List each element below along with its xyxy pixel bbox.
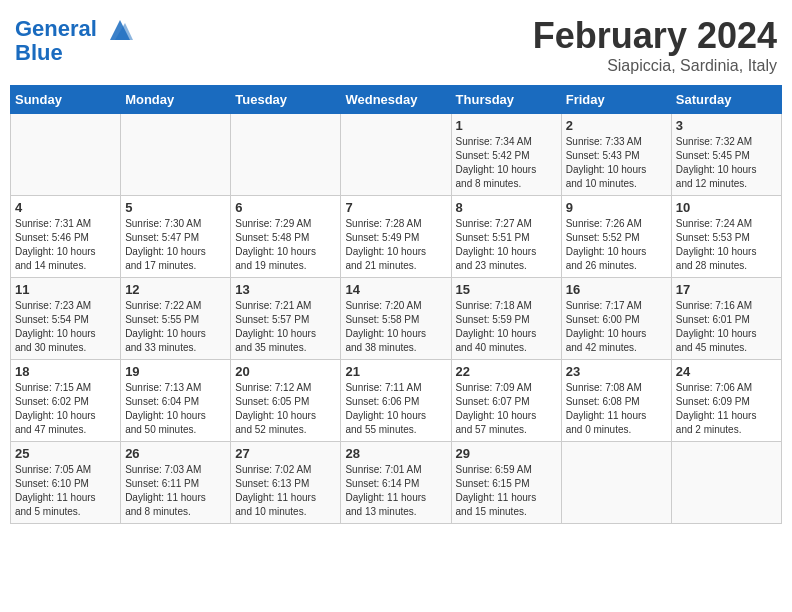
- day-info: Sunrise: 7:23 AM Sunset: 5:54 PM Dayligh…: [15, 299, 116, 355]
- day-info: Sunrise: 7:03 AM Sunset: 6:11 PM Dayligh…: [125, 463, 226, 519]
- day-number: 24: [676, 364, 777, 379]
- calendar-cell: 9Sunrise: 7:26 AM Sunset: 5:52 PM Daylig…: [561, 196, 671, 278]
- calendar-cell: 20Sunrise: 7:12 AM Sunset: 6:05 PM Dayli…: [231, 360, 341, 442]
- day-info: Sunrise: 7:02 AM Sunset: 6:13 PM Dayligh…: [235, 463, 336, 519]
- day-info: Sunrise: 7:31 AM Sunset: 5:46 PM Dayligh…: [15, 217, 116, 273]
- day-number: 13: [235, 282, 336, 297]
- day-number: 23: [566, 364, 667, 379]
- day-info: Sunrise: 7:24 AM Sunset: 5:53 PM Dayligh…: [676, 217, 777, 273]
- calendar-cell: 12Sunrise: 7:22 AM Sunset: 5:55 PM Dayli…: [121, 278, 231, 360]
- week-row-1: 1Sunrise: 7:34 AM Sunset: 5:42 PM Daylig…: [11, 114, 782, 196]
- calendar-cell: 24Sunrise: 7:06 AM Sunset: 6:09 PM Dayli…: [671, 360, 781, 442]
- weekday-header-friday: Friday: [561, 86, 671, 114]
- calendar-cell: 11Sunrise: 7:23 AM Sunset: 5:54 PM Dayli…: [11, 278, 121, 360]
- day-number: 18: [15, 364, 116, 379]
- week-row-3: 11Sunrise: 7:23 AM Sunset: 5:54 PM Dayli…: [11, 278, 782, 360]
- day-info: Sunrise: 7:16 AM Sunset: 6:01 PM Dayligh…: [676, 299, 777, 355]
- calendar-cell: 7Sunrise: 7:28 AM Sunset: 5:49 PM Daylig…: [341, 196, 451, 278]
- day-number: 1: [456, 118, 557, 133]
- day-info: Sunrise: 7:15 AM Sunset: 6:02 PM Dayligh…: [15, 381, 116, 437]
- day-number: 7: [345, 200, 446, 215]
- day-number: 20: [235, 364, 336, 379]
- day-info: Sunrise: 7:33 AM Sunset: 5:43 PM Dayligh…: [566, 135, 667, 191]
- calendar-cell: 21Sunrise: 7:11 AM Sunset: 6:06 PM Dayli…: [341, 360, 451, 442]
- calendar-cell: [231, 114, 341, 196]
- title-area: February 2024 Siapiccia, Sardinia, Italy: [533, 15, 777, 75]
- calendar-cell: 14Sunrise: 7:20 AM Sunset: 5:58 PM Dayli…: [341, 278, 451, 360]
- day-number: 12: [125, 282, 226, 297]
- calendar-cell: 10Sunrise: 7:24 AM Sunset: 5:53 PM Dayli…: [671, 196, 781, 278]
- calendar-cell: 26Sunrise: 7:03 AM Sunset: 6:11 PM Dayli…: [121, 442, 231, 524]
- day-info: Sunrise: 7:06 AM Sunset: 6:09 PM Dayligh…: [676, 381, 777, 437]
- day-number: 16: [566, 282, 667, 297]
- calendar-cell: 18Sunrise: 7:15 AM Sunset: 6:02 PM Dayli…: [11, 360, 121, 442]
- day-number: 25: [15, 446, 116, 461]
- calendar-cell: 23Sunrise: 7:08 AM Sunset: 6:08 PM Dayli…: [561, 360, 671, 442]
- calendar-cell: 22Sunrise: 7:09 AM Sunset: 6:07 PM Dayli…: [451, 360, 561, 442]
- calendar-cell: [11, 114, 121, 196]
- day-info: Sunrise: 7:32 AM Sunset: 5:45 PM Dayligh…: [676, 135, 777, 191]
- day-number: 26: [125, 446, 226, 461]
- day-info: Sunrise: 7:34 AM Sunset: 5:42 PM Dayligh…: [456, 135, 557, 191]
- day-info: Sunrise: 7:09 AM Sunset: 6:07 PM Dayligh…: [456, 381, 557, 437]
- calendar-cell: 28Sunrise: 7:01 AM Sunset: 6:14 PM Dayli…: [341, 442, 451, 524]
- calendar-cell: 16Sunrise: 7:17 AM Sunset: 6:00 PM Dayli…: [561, 278, 671, 360]
- weekday-header-wednesday: Wednesday: [341, 86, 451, 114]
- calendar-title: February 2024: [533, 15, 777, 57]
- calendar-cell: 27Sunrise: 7:02 AM Sunset: 6:13 PM Dayli…: [231, 442, 341, 524]
- calendar-cell: [561, 442, 671, 524]
- page-header: General Blue February 2024 Siapiccia, Sa…: [10, 10, 782, 75]
- weekday-header-sunday: Sunday: [11, 86, 121, 114]
- day-info: Sunrise: 7:08 AM Sunset: 6:08 PM Dayligh…: [566, 381, 667, 437]
- calendar-cell: [671, 442, 781, 524]
- day-number: 21: [345, 364, 446, 379]
- week-row-4: 18Sunrise: 7:15 AM Sunset: 6:02 PM Dayli…: [11, 360, 782, 442]
- calendar-cell: 6Sunrise: 7:29 AM Sunset: 5:48 PM Daylig…: [231, 196, 341, 278]
- calendar-cell: 19Sunrise: 7:13 AM Sunset: 6:04 PM Dayli…: [121, 360, 231, 442]
- calendar-cell: 1Sunrise: 7:34 AM Sunset: 5:42 PM Daylig…: [451, 114, 561, 196]
- calendar-cell: 5Sunrise: 7:30 AM Sunset: 5:47 PM Daylig…: [121, 196, 231, 278]
- day-info: Sunrise: 7:18 AM Sunset: 5:59 PM Dayligh…: [456, 299, 557, 355]
- calendar-cell: 29Sunrise: 6:59 AM Sunset: 6:15 PM Dayli…: [451, 442, 561, 524]
- week-row-5: 25Sunrise: 7:05 AM Sunset: 6:10 PM Dayli…: [11, 442, 782, 524]
- week-row-2: 4Sunrise: 7:31 AM Sunset: 5:46 PM Daylig…: [11, 196, 782, 278]
- day-number: 2: [566, 118, 667, 133]
- day-number: 17: [676, 282, 777, 297]
- day-info: Sunrise: 7:11 AM Sunset: 6:06 PM Dayligh…: [345, 381, 446, 437]
- calendar-cell: 13Sunrise: 7:21 AM Sunset: 5:57 PM Dayli…: [231, 278, 341, 360]
- weekday-header-saturday: Saturday: [671, 86, 781, 114]
- day-info: Sunrise: 6:59 AM Sunset: 6:15 PM Dayligh…: [456, 463, 557, 519]
- day-number: 6: [235, 200, 336, 215]
- day-number: 10: [676, 200, 777, 215]
- day-number: 29: [456, 446, 557, 461]
- weekday-header-thursday: Thursday: [451, 86, 561, 114]
- day-number: 9: [566, 200, 667, 215]
- calendar-cell: 15Sunrise: 7:18 AM Sunset: 5:59 PM Dayli…: [451, 278, 561, 360]
- day-info: Sunrise: 7:20 AM Sunset: 5:58 PM Dayligh…: [345, 299, 446, 355]
- calendar-cell: 4Sunrise: 7:31 AM Sunset: 5:46 PM Daylig…: [11, 196, 121, 278]
- calendar-cell: [341, 114, 451, 196]
- day-number: 8: [456, 200, 557, 215]
- day-info: Sunrise: 7:27 AM Sunset: 5:51 PM Dayligh…: [456, 217, 557, 273]
- day-info: Sunrise: 7:05 AM Sunset: 6:10 PM Dayligh…: [15, 463, 116, 519]
- day-info: Sunrise: 7:17 AM Sunset: 6:00 PM Dayligh…: [566, 299, 667, 355]
- weekday-header-tuesday: Tuesday: [231, 86, 341, 114]
- day-info: Sunrise: 7:01 AM Sunset: 6:14 PM Dayligh…: [345, 463, 446, 519]
- calendar-cell: 3Sunrise: 7:32 AM Sunset: 5:45 PM Daylig…: [671, 114, 781, 196]
- logo-general: General: [15, 16, 97, 41]
- day-number: 27: [235, 446, 336, 461]
- day-info: Sunrise: 7:29 AM Sunset: 5:48 PM Dayligh…: [235, 217, 336, 273]
- calendar-subtitle: Siapiccia, Sardinia, Italy: [533, 57, 777, 75]
- day-info: Sunrise: 7:28 AM Sunset: 5:49 PM Dayligh…: [345, 217, 446, 273]
- day-info: Sunrise: 7:30 AM Sunset: 5:47 PM Dayligh…: [125, 217, 226, 273]
- logo-icon: [105, 15, 135, 45]
- calendar-cell: [121, 114, 231, 196]
- calendar-cell: 8Sunrise: 7:27 AM Sunset: 5:51 PM Daylig…: [451, 196, 561, 278]
- day-number: 11: [15, 282, 116, 297]
- calendar-cell: 25Sunrise: 7:05 AM Sunset: 6:10 PM Dayli…: [11, 442, 121, 524]
- calendar-cell: 2Sunrise: 7:33 AM Sunset: 5:43 PM Daylig…: [561, 114, 671, 196]
- weekday-header-row: SundayMondayTuesdayWednesdayThursdayFrid…: [11, 86, 782, 114]
- day-info: Sunrise: 7:26 AM Sunset: 5:52 PM Dayligh…: [566, 217, 667, 273]
- weekday-header-monday: Monday: [121, 86, 231, 114]
- day-number: 15: [456, 282, 557, 297]
